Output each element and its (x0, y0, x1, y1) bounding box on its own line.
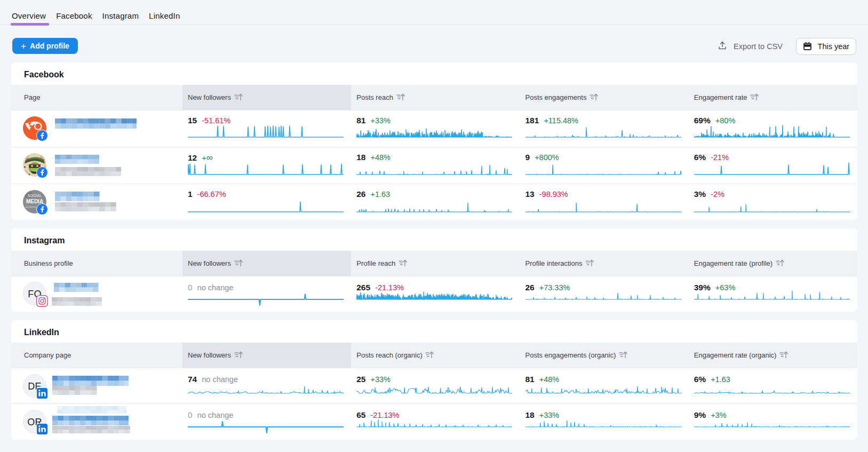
svg-text:SOCIAL: SOCIAL (28, 194, 42, 197)
